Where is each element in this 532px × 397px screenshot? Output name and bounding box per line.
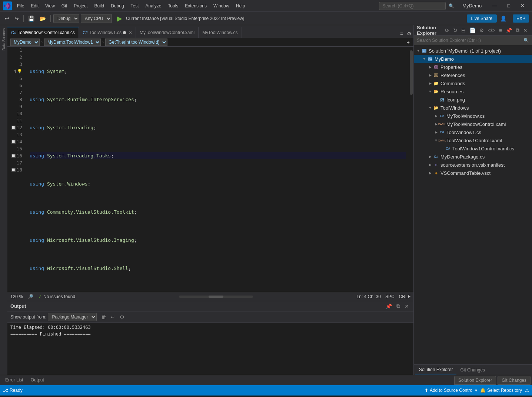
se-tab-git-changes[interactable]: Git Changes [456,366,489,374]
expand-vsct[interactable]: ▶ [427,170,433,176]
menu-tools[interactable]: Tools [165,2,181,10]
editor-scrollbar[interactable] [409,47,413,292]
expand-toolwindows[interactable]: ▼ [427,105,433,111]
bottom-tab-output[interactable]: Output [27,376,48,385]
se-resources-item[interactable]: ▼ 📂 Resources [414,87,532,96]
se-commands-item[interactable]: ▶ 📁 Commands [414,79,532,87]
se-properties-item[interactable]: ▶ Properties [414,63,532,71]
platform-dropdown[interactable]: Any CPU [81,14,112,23]
line-5: 5 [10,75,24,82]
add-to-source-control-area[interactable]: ⬆ Add to Source Control ▾ [425,388,477,393]
menu-window[interactable]: Window [210,2,232,10]
se-references-item[interactable]: ▶ References [414,71,532,79]
line-14: 🔲14 [10,138,24,145]
menu-project[interactable]: Project [71,2,90,10]
expand-resources[interactable]: ▼ [427,89,433,94]
se-settings-btn[interactable]: ⚙ [478,27,486,34]
se-float-btn[interactable]: ⧉ [514,26,521,34]
expand-solution[interactable]: ▼ [415,48,421,54]
se-toolwindow1control-xaml-cs-item[interactable]: C# ToolWindow1Control.xaml.cs [414,144,532,153]
expand-mydemopkg[interactable]: ▶ [427,154,433,160]
run-button[interactable]: ▶ [115,14,124,23]
toolbar-open[interactable]: 📂 [38,14,48,23]
se-toolwindow1-cs-item[interactable]: ▶ C# ToolWindow1.cs [414,128,532,136]
se-toolwindow1control-xaml-item[interactable]: ▼ XAML ToolWindow1Control.xaml [414,136,532,144]
expand-vsix[interactable]: ▶ [427,162,433,168]
se-title: Solution Explorer [417,25,442,36]
expand-references[interactable]: ▶ [427,72,433,78]
expand-properties[interactable]: ▶ [427,64,433,70]
output-header: Output 📌 ⧉ ✕ [7,301,413,311]
menu-build[interactable]: Build [92,2,107,10]
code-content[interactable]: using System; using System.Runtime.Inter… [27,47,409,292]
se-more-btn[interactable]: ≡ [498,27,503,34]
menu-search-input[interactable] [379,2,446,10]
se-sync-btn[interactable]: ⟳ [443,27,451,34]
expand-project[interactable]: ▼ [421,56,427,62]
project-dropdown[interactable]: MyDemo [10,39,40,46]
output-pin-btn[interactable]: 📌 [384,302,393,310]
expand-mytoolwindow[interactable]: ▶ [433,113,439,119]
se-tab-solution-explorer[interactable]: Solution Explorer [415,366,456,374]
se-mydemopkg-item[interactable]: ▶ C# MyDemoPackage.cs [414,153,532,161]
se-collapse-btn[interactable]: ⊟ [460,27,467,34]
tab-toolwindow1-cs[interactable]: C# ToolWindow1.cs × [79,27,136,38]
breadcrumb-expand-btn[interactable]: + [406,39,410,46]
exp-button[interactable]: EXP [513,14,529,23]
restore-button[interactable]: □ [503,1,515,10]
menu-git[interactable]: Git [59,2,70,10]
toolbar-undo[interactable]: ↩ [3,14,11,23]
tab-mytoolwindow-cs[interactable]: MyToolWindow.cs [199,27,242,38]
bottom-tab-git-changes[interactable]: Git Changes [498,376,531,385]
tab-overflow-btn[interactable]: ≡ [398,30,405,38]
minimize-button[interactable]: — [488,1,501,10]
live-share-button[interactable]: Live Share [467,14,497,23]
commands-label: Commands [440,81,465,86]
tab-settings-btn[interactable]: ⚙ [405,30,413,38]
se-vsct-item[interactable]: ▶ ◈ VSCommandTable.vsct [414,169,532,177]
method-dropdown[interactable]: GetTitle(int toolWindowId) [105,39,167,46]
zoom-icon-btn[interactable]: 🔎 [26,293,35,300]
output-wrap-btn[interactable]: ↵ [109,313,117,321]
menu-file[interactable]: File [14,2,27,10]
debug-config-dropdown[interactable]: Debug [53,14,79,23]
close-button[interactable]: ✕ [516,1,529,10]
se-solution-item[interactable]: ▼ S Solution 'MyDemo' (1 of 1 project) [414,47,532,55]
menu-view[interactable]: View [42,2,58,10]
menu-edit[interactable]: Edit [28,2,41,10]
se-toolwindows-item[interactable]: ▼ 📂 ToolWindows [414,104,532,112]
output-filter-btn[interactable]: ⚙ [118,313,126,321]
bottom-tab-solution-explorer[interactable]: Solution Explorer [454,376,496,385]
menu-extensions[interactable]: Extensions [182,2,210,10]
se-vsixmanifest-item[interactable]: ▶ ◇ source.extension.vsixmanifest [414,161,532,169]
se-refresh-btn[interactable]: ↻ [452,27,459,34]
tab-toolwindow1control-xaml-cs[interactable]: C# ToolWindow1Control.xaml.cs [7,27,79,38]
bottom-tab-error-list[interactable]: Error List [1,376,27,385]
select-repository-area[interactable]: 🔔 Select Repository [480,388,522,393]
tab-close-btn[interactable]: × [129,30,132,36]
se-close-btn[interactable]: ✕ [522,27,529,34]
se-show-files-btn[interactable]: 📄 [468,27,477,34]
class-dropdown[interactable]: MyDemo.ToolWindow1 [44,39,101,46]
expand-toolwindow1cs[interactable]: ▶ [433,129,439,135]
profile-btn[interactable]: 👤 [498,14,508,23]
tab-mytoolwindowcontrol-xaml[interactable]: MyToolWindowControl.xaml [136,27,199,38]
menu-debug[interactable]: Debug [108,2,127,10]
output-clear-btn[interactable]: 🗑 [100,313,108,321]
output-close-btn[interactable]: ✕ [403,302,410,310]
menu-analyze[interactable]: Analyze [143,2,164,10]
se-icon-png-item[interactable]: 🖼 Icon.png [414,96,532,104]
se-pin-btn[interactable]: 📌 [504,27,513,34]
se-search-input[interactable] [417,38,522,43]
expand-commands[interactable]: ▶ [427,80,433,86]
menu-help[interactable]: Help [233,2,248,10]
output-source-dropdown[interactable]: Package Manager [48,313,97,321]
se-code-btn[interactable]: </> [486,27,497,34]
menu-test[interactable]: Test [128,2,142,10]
output-float-btn[interactable]: ⧉ [395,302,402,310]
se-project-item[interactable]: ▼ C# MyDemo [414,55,532,63]
toolbar-save[interactable]: 💾 [26,14,36,23]
se-mytoolwindowcontrol-xaml-item[interactable]: ▶ XAML MyToolWindowControl.xaml [414,120,532,128]
toolbar-redo[interactable]: ↪ [13,14,21,23]
se-mytoolwindow-cs-item[interactable]: ▶ C# MyToolWindow.cs [414,112,532,120]
